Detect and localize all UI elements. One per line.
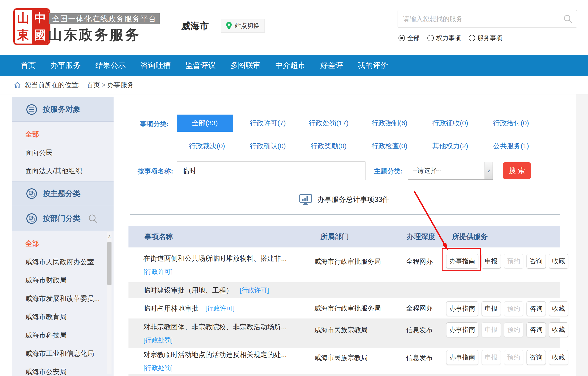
scope-radio-服务事项[interactable]: 服务事项 <box>469 34 502 42</box>
radio-dot <box>400 37 403 39</box>
nav-item-首页[interactable]: 首页 <box>21 60 36 71</box>
breadcrumb-current[interactable]: 办事服务 <box>107 80 134 90</box>
item-name-input[interactable] <box>177 162 365 180</box>
sidebar-section-by-topic[interactable]: 按主题分类 <box>12 181 114 206</box>
sidebar-item-面向公民[interactable]: 面向公民 <box>12 143 114 162</box>
city-name: 威海市 <box>181 20 209 32</box>
sidebar-service-target-list: 全部面向公民面向法人/其他组织 <box>12 122 114 181</box>
service-buttons: 办事指南申报预约咨询收藏 <box>446 301 568 316</box>
site-switch-button[interactable]: 站点切换 <box>221 19 265 32</box>
service-button-收藏[interactable]: 收藏 <box>549 350 568 365</box>
item-depth: 全程网办 <box>406 304 433 313</box>
summary-row: 办事服务总计事项33件 <box>129 194 560 206</box>
table-row-partial <box>129 374 560 376</box>
category-filter-行政给付[interactable]: 行政给付(0) <box>493 118 529 128</box>
category-filter-行政奖励[interactable]: 行政奖励(0) <box>311 141 347 151</box>
sidebar-item-全部[interactable]: 全部 <box>12 234 114 253</box>
item-name-link[interactable]: 临时占用林地审批 <box>143 304 198 313</box>
service-button-预约: 预约 <box>504 254 523 269</box>
scrollbar-up-arrow-icon[interactable]: ∧ <box>107 232 111 241</box>
squares-circle-icon <box>26 188 37 199</box>
service-button-预约: 预约 <box>504 301 523 316</box>
sidebar-section-by-department[interactable]: 按部门分类 <box>12 206 114 231</box>
service-button-收藏[interactable]: 收藏 <box>549 301 568 316</box>
nav-item-多图联审[interactable]: 多图联审 <box>230 60 261 71</box>
main-content: 事项分类: 全部(33)行政许可(7)行政处罚(17)行政强制(6)行政征收(0… <box>129 97 560 376</box>
category-filter-行政确认[interactable]: 行政确认(0) <box>250 141 286 151</box>
service-button-办事指南[interactable]: 办事指南 <box>446 301 478 316</box>
page-right-gutter <box>576 94 588 376</box>
nav-item-我的评价[interactable]: 我的评价 <box>358 60 388 71</box>
service-button-申报: 申报 <box>481 350 501 365</box>
nav-item-监督评议[interactable]: 监督评议 <box>185 60 216 71</box>
service-button-咨询[interactable]: 咨询 <box>526 254 546 269</box>
category-filter-行政检查[interactable]: 行政检查(0) <box>371 141 407 151</box>
service-button-办事指南[interactable]: 办事指南 <box>446 322 478 337</box>
item-name-link[interactable]: 对非宗教团体、非宗教院校、非宗教活动场所... <box>143 322 287 332</box>
item-name-input-box <box>177 162 365 180</box>
category-filter-行政裁决[interactable]: 行政裁决(0) <box>189 141 225 151</box>
sidebar-item-面向法人/其他组织[interactable]: 面向法人/其他组织 <box>12 162 114 180</box>
search-button[interactable]: 搜 索 <box>503 162 531 179</box>
seal-char: 國 <box>32 27 49 43</box>
service-button-申报[interactable]: 申报 <box>481 301 501 316</box>
nav-item-办事服务[interactable]: 办事服务 <box>51 60 81 71</box>
item-name-filter-label: 按事项名称: <box>138 167 173 176</box>
breadcrumb-home[interactable]: 首页 <box>87 80 100 90</box>
nav-item-中介超市[interactable]: 中介超市 <box>275 60 305 71</box>
service-button-咨询[interactable]: 咨询 <box>526 322 546 337</box>
section-divider <box>130 214 560 214</box>
category-filter-其他权力[interactable]: 其他权力(2) <box>432 141 468 151</box>
breadcrumb: 您当前所在的位置: 首页>办事服务 <box>0 76 588 94</box>
main-nav: 首页办事服务结果公示咨询吐槽监督评议多图联审中介超市好差评我的评价 <box>0 55 588 76</box>
sidebar-item-威海市人民政府办公室[interactable]: 威海市人民政府办公室 <box>12 253 114 271</box>
nav-item-结果公示[interactable]: 结果公示 <box>96 60 126 71</box>
service-button-咨询[interactable]: 咨询 <box>526 301 546 316</box>
category-filter-公共服务[interactable]: 公共服务(1) <box>493 141 529 151</box>
service-button-收藏[interactable]: 收藏 <box>549 322 568 337</box>
service-button-办事指南[interactable]: 办事指南 <box>446 350 478 365</box>
sidebar-section-by-service-target[interactable]: 按服务对象 <box>12 97 114 122</box>
column-header-services: 所提供服务 <box>452 226 488 248</box>
nav-item-咨询吐槽[interactable]: 咨询吐槽 <box>141 60 171 71</box>
sidebar-item-威海市教育局[interactable]: 威海市教育局 <box>12 308 114 326</box>
item-name-cell: 对宗教临时活动地点的活动违反相关规定的处...[行政处罚] <box>143 348 287 374</box>
service-button-预约: 预约 <box>504 322 523 337</box>
category-filter-行政许可[interactable]: 行政许可(7) <box>250 118 286 128</box>
sidebar-item-威海市公安局[interactable]: 威海市公安局 <box>12 363 114 376</box>
service-button-申报[interactable]: 申报 <box>481 254 501 269</box>
category-filter-行政强制[interactable]: 行政强制(6) <box>371 118 407 128</box>
service-button-收藏[interactable]: 收藏 <box>549 254 568 269</box>
item-name-cell: 在街道两侧和公共场所临时堆放物料、搭建非...[行政许可] <box>143 248 287 282</box>
item-name-link[interactable]: 在街道两侧和公共场所临时堆放物料、搭建非... <box>143 254 287 263</box>
scrollbar-thumb[interactable] <box>107 242 111 285</box>
sidebar-item-威海市科技局[interactable]: 威海市科技局 <box>12 326 114 344</box>
list-circle-icon <box>26 104 37 115</box>
item-name-link[interactable]: 临时建设审批（用地、工程） <box>143 286 233 295</box>
site-switch-label: 站点切换 <box>235 21 260 30</box>
search-icon[interactable] <box>563 14 573 24</box>
site-title: 山东政务服务 <box>48 26 141 44</box>
service-button-咨询[interactable]: 咨询 <box>526 350 546 365</box>
column-header-item-name: 事项名称 <box>144 226 173 248</box>
item-name-link[interactable]: 对宗教临时活动地点的活动违反相关规定的处... <box>143 350 287 359</box>
sidebar-item-全部[interactable]: 全部 <box>12 125 114 143</box>
header-search-input[interactable] <box>398 15 563 23</box>
category-filter-grid: 全部(33)行政许可(7)行政处罚(17)行政强制(6)行政征收(0)行政给付(… <box>177 115 541 152</box>
topic-select[interactable]: --请选择-- ∨ <box>408 162 493 180</box>
category-filter-行政处罚[interactable]: 行政处罚(17) <box>309 118 348 128</box>
item-department: 威海市民族宗教局 <box>314 353 368 363</box>
service-button-申报: 申报 <box>481 322 501 337</box>
scope-radio-权力事项[interactable]: 权力事项 <box>427 34 461 42</box>
sidebar-item-威海市发展和改革委员...[interactable]: 威海市发展和改革委员... <box>12 289 114 308</box>
service-button-办事指南[interactable]: 办事指南 <box>446 254 478 269</box>
nav-item-好差评[interactable]: 好差评 <box>320 60 343 71</box>
category-filter-全部[interactable]: 全部(33) <box>177 115 233 132</box>
service-buttons: 办事指南申报预约咨询收藏 <box>446 350 568 365</box>
category-filter-行政征收[interactable]: 行政征收(0) <box>432 118 468 128</box>
sidebar-item-威海市财政局[interactable]: 威海市财政局 <box>12 271 114 289</box>
department-search-icon[interactable] <box>88 214 98 224</box>
sidebar-scrollbar: ∧ <box>107 232 111 374</box>
sidebar-item-威海市工业和信息化局[interactable]: 威海市工业和信息化局 <box>12 344 114 363</box>
scope-radio-全部[interactable]: 全部 <box>399 34 420 42</box>
